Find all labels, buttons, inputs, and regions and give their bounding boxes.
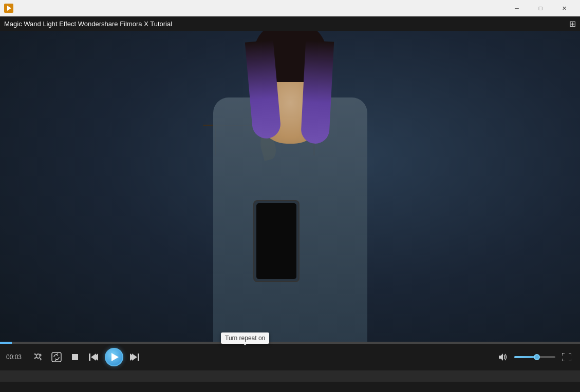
title-bar-controls: ─ □ ✕ (505, 0, 576, 16)
title-bar-left (4, 4, 13, 13)
grid-icon: ⊞ (569, 19, 576, 28)
phone-screen (256, 203, 296, 279)
controls-bar: 00:03 (0, 344, 580, 370)
fullscreen-icon (562, 353, 571, 361)
repeat-button[interactable] (49, 350, 64, 364)
volume-slider[interactable] (514, 356, 555, 358)
menu-bar: Magic Wand Light Effect Wondershare Film… (0, 16, 580, 31)
svg-rect-6 (138, 354, 139, 361)
fullscreen-button[interactable] (559, 350, 574, 364)
shuffle-icon (33, 354, 43, 361)
person-figure (203, 46, 378, 344)
person-phone (253, 200, 300, 282)
maximize-button[interactable]: □ (529, 0, 552, 16)
close-button[interactable]: ✕ (552, 0, 576, 16)
menu-bar-right: ⊞ (569, 19, 576, 29)
volume-icon (498, 353, 508, 361)
svg-rect-2 (52, 352, 61, 362)
person-hair (249, 31, 331, 123)
previous-icon (89, 354, 98, 361)
stop-button[interactable] (68, 350, 82, 364)
minimize-button[interactable]: ─ (505, 0, 529, 16)
next-button[interactable] (127, 350, 142, 364)
play-button[interactable] (105, 348, 123, 366)
svg-marker-9 (499, 354, 503, 361)
hair-right (300, 41, 333, 145)
video-container[interactable] (0, 31, 580, 344)
volume-button[interactable] (496, 350, 510, 364)
video-frame (0, 31, 580, 344)
volume-thumb (534, 354, 540, 360)
video-title: Magic Wand Light Effect Wondershare Film… (4, 20, 172, 28)
stop-icon (72, 354, 78, 360)
grid-view-button[interactable]: ⊞ (569, 19, 576, 29)
status-bar (0, 370, 580, 382)
title-bar: ─ □ ✕ (0, 0, 580, 16)
svg-rect-3 (89, 354, 90, 361)
app-icon (4, 4, 13, 13)
previous-button[interactable] (86, 350, 101, 364)
repeat-icon (51, 352, 62, 362)
next-icon (130, 354, 139, 361)
shuffle-button[interactable] (31, 350, 45, 364)
time-display: 00:03 (6, 354, 27, 361)
